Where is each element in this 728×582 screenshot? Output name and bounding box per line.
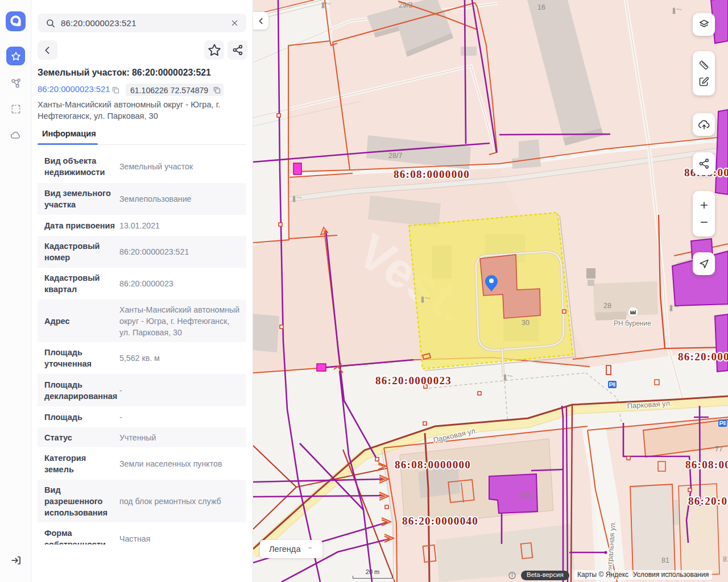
svg-text:86:20:0000000: 86:20:0000000 <box>688 495 728 507</box>
svg-text:29/2: 29/2 <box>399 1 412 9</box>
svg-text:81: 81 <box>661 556 669 564</box>
svg-text:86:08:0000000: 86:08:0000000 <box>395 459 471 471</box>
svg-text:77: 77 <box>715 445 723 453</box>
svg-text:30: 30 <box>522 319 530 327</box>
svg-text:86:20:0000040: 86:20:0000040 <box>402 515 478 527</box>
svg-text:86:08:0000000: 86:08:0000000 <box>685 459 728 471</box>
svg-text:165/1: 165/1 <box>518 492 536 500</box>
svg-text:86:08:0000000: 86:08:0000000 <box>394 168 470 180</box>
svg-text:28: 28 <box>603 302 611 310</box>
svg-text:28/7: 28/7 <box>388 152 402 160</box>
svg-text:86:20:0000040: 86:20:0000040 <box>678 351 728 363</box>
svg-text:РН бурение: РН бурение <box>614 319 651 327</box>
svg-text:16: 16 <box>537 3 545 11</box>
svg-text:81: 81 <box>723 555 728 563</box>
svg-text:86:20:0000023: 86:20:0000023 <box>375 375 452 386</box>
